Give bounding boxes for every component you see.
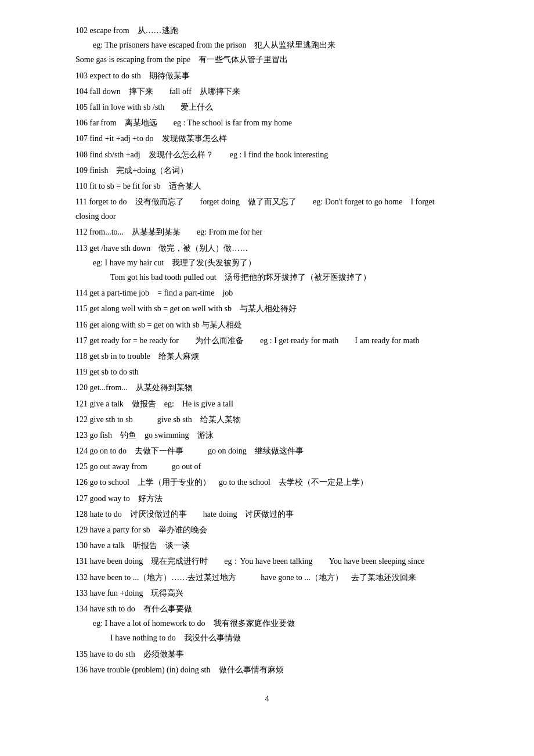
entry-136: 136 have trouble (problem) (in) doing st… bbox=[75, 663, 459, 677]
entry-127: 127 good way to 好方法 bbox=[75, 491, 459, 506]
entry-115-line1: 115 get along well with sb = get on well… bbox=[75, 301, 459, 316]
entry-133-line1: 133 have fun +doing 玩得高兴 bbox=[75, 586, 459, 600]
entry-123: 123 go fish 钓鱼 go swimming 游泳 bbox=[75, 428, 459, 442]
entry-119: 119 get sb to do sth bbox=[75, 365, 459, 379]
entry-112: 112 from...to... 从某某到某某 eg: From me for … bbox=[75, 225, 459, 239]
entry-111-line1: 111 forget to do 没有做而忘了 forget doing 做了而… bbox=[75, 195, 459, 224]
entry-107-line1: 107 find +it +adj +to do 发现做某事怎么样 bbox=[75, 131, 459, 146]
entry-117: 117 get ready for = be ready for 为什么而准备 … bbox=[75, 333, 459, 348]
entry-110: 110 fit to sb = be fit for sb 适合某人 bbox=[75, 179, 459, 193]
entry-129-line1: 129 have a party for sb 举办谁的晚会 bbox=[75, 523, 459, 537]
entry-125-line1: 125 go out away from go out of bbox=[75, 459, 459, 474]
entry-113-line1: 113 get /have sth down 做完，被（别人）做…… bbox=[75, 241, 459, 255]
entry-130-line1: 130 have a talk 听报告 谈一谈 bbox=[75, 538, 459, 553]
entry-119-line1: 119 get sb to do sth bbox=[75, 365, 459, 379]
entry-114-line1: 114 get a part-time job = find a part-ti… bbox=[75, 286, 459, 300]
entry-112-line1: 112 from...to... 从某某到某某 eg: From me for … bbox=[75, 225, 459, 239]
entry-114: 114 get a part-time job = find a part-ti… bbox=[75, 286, 459, 300]
entry-104-line1: 104 fall down 摔下来 fall off 从哪摔下来 bbox=[75, 84, 459, 99]
entry-131-line1: 131 have been doing 现在完成进行时 eg：You have … bbox=[75, 554, 459, 568]
entry-124-line1: 124 go on to do 去做下一件事 go on doing 继续做这件… bbox=[75, 444, 459, 458]
entry-106: 106 far from 离某地远 eg : The school is far… bbox=[75, 116, 459, 130]
entry-102-line1: 102 escape from 从……逃跑 bbox=[75, 23, 459, 38]
entry-111: 111 forget to do 没有做而忘了 forget doing 做了而… bbox=[75, 195, 459, 224]
content: 102 escape from 从……逃跑 eg: The prisoners … bbox=[75, 23, 459, 677]
entry-128-line1: 128 hate to do 讨厌没做过的事 hate doing 讨厌做过的事 bbox=[75, 507, 459, 521]
entry-126: 126 go to school 上学（用于专业的） go to the sch… bbox=[75, 475, 459, 489]
entry-105: 105 fall in love with sb /sth 爱上什么 bbox=[75, 100, 459, 114]
entry-126-line1: 126 go to school 上学（用于专业的） go to the sch… bbox=[75, 475, 459, 489]
entry-124: 124 go on to do 去做下一件事 go on doing 继续做这件… bbox=[75, 444, 459, 458]
entry-121-line1: 121 give a talk 做报告 eg: He is give a tal… bbox=[75, 397, 459, 411]
entry-113: 113 get /have sth down 做完，被（别人）做…… eg: I… bbox=[75, 241, 459, 285]
entry-132: 132 have been to ...（地方）……去过某过地方 have go… bbox=[75, 570, 459, 585]
entry-134: 134 have sth to do 有什么事要做 eg: I have a l… bbox=[75, 602, 459, 646]
entry-122: 122 give sth to sb give sb sth 给某人某物 bbox=[75, 412, 459, 427]
entry-108: 108 find sb/sth +adj 发现什么怎么样？ eg : I fin… bbox=[75, 147, 459, 162]
entry-118: 118 get sb in to trouble 给某人麻烦 bbox=[75, 349, 459, 363]
entry-107: 107 find +it +adj +to do 发现做某事怎么样 bbox=[75, 131, 459, 146]
entry-132-line1: 132 have been to ...（地方）……去过某过地方 have go… bbox=[75, 570, 459, 585]
entry-134-line3: I have nothing to do 我没什么事情做 bbox=[75, 631, 459, 645]
entry-102: 102 escape from 从……逃跑 eg: The prisoners … bbox=[75, 23, 459, 67]
entry-113-line2: eg: I have my hair cut 我理了发(头发被剪了） bbox=[75, 255, 459, 270]
entry-136-line1: 136 have trouble (problem) (in) doing st… bbox=[75, 663, 459, 677]
entry-105-line1: 105 fall in love with sb /sth 爱上什么 bbox=[75, 100, 459, 114]
entry-106-line1: 106 far from 离某地远 eg : The school is far… bbox=[75, 116, 459, 130]
entry-125: 125 go out away from go out of bbox=[75, 459, 459, 474]
entry-117-line1: 117 get ready for = be ready for 为什么而准备 … bbox=[75, 333, 459, 348]
entry-103-line1: 103 expect to do sth 期待做某事 bbox=[75, 69, 459, 83]
entry-133: 133 have fun +doing 玩得高兴 bbox=[75, 586, 459, 600]
entry-127-line1: 127 good way to 好方法 bbox=[75, 491, 459, 506]
entry-102-line3: Some gas is escaping from the pipe 有一些气体… bbox=[75, 52, 459, 67]
entry-109-line1: 109 finish 完成+doing（名词） bbox=[75, 163, 459, 178]
page: 102 escape from 从……逃跑 eg: The prisoners … bbox=[0, 0, 534, 756]
entry-134-line2: eg: I have a lot of homework to do 我有很多家… bbox=[75, 616, 459, 631]
entry-131: 131 have been doing 现在完成进行时 eg：You have … bbox=[75, 554, 459, 568]
entry-103: 103 expect to do sth 期待做某事 bbox=[75, 69, 459, 83]
entry-116: 116 get along with sb = get on with sb 与… bbox=[75, 318, 459, 332]
entry-129: 129 have a party for sb 举办谁的晚会 bbox=[75, 523, 459, 537]
entry-109: 109 finish 完成+doing（名词） bbox=[75, 163, 459, 178]
entry-122-line1: 122 give sth to sb give sb sth 给某人某物 bbox=[75, 412, 459, 427]
entry-110-line1: 110 fit to sb = be fit for sb 适合某人 bbox=[75, 179, 459, 193]
entry-120: 120 get...from... 从某处得到某物 bbox=[75, 380, 459, 395]
entry-123-line1: 123 go fish 钓鱼 go swimming 游泳 bbox=[75, 428, 459, 442]
entry-118-line1: 118 get sb in to trouble 给某人麻烦 bbox=[75, 349, 459, 363]
entry-120-line1: 120 get...from... 从某处得到某物 bbox=[75, 380, 459, 395]
page-number: 4 bbox=[75, 694, 459, 704]
entry-108-line1: 108 find sb/sth +adj 发现什么怎么样？ eg : I fin… bbox=[75, 147, 459, 162]
entry-128: 128 hate to do 讨厌没做过的事 hate doing 讨厌做过的事 bbox=[75, 507, 459, 521]
entry-116-line1: 116 get along with sb = get on with sb 与… bbox=[75, 318, 459, 332]
entry-130: 130 have a talk 听报告 谈一谈 bbox=[75, 538, 459, 553]
entry-121: 121 give a talk 做报告 eg: He is give a tal… bbox=[75, 397, 459, 411]
entry-135-line1: 135 have to do sth 必须做某事 bbox=[75, 647, 459, 661]
entry-135: 135 have to do sth 必须做某事 bbox=[75, 647, 459, 661]
entry-102-line2: eg: The prisoners have escaped from the … bbox=[75, 38, 459, 52]
entry-115: 115 get along well with sb = get on well… bbox=[75, 301, 459, 316]
entry-104: 104 fall down 摔下来 fall off 从哪摔下来 bbox=[75, 84, 459, 99]
entry-113-line3: Tom got his bad tooth pulled out 汤母把他的坏牙… bbox=[75, 270, 459, 285]
entry-134-line1: 134 have sth to do 有什么事要做 bbox=[75, 602, 459, 616]
